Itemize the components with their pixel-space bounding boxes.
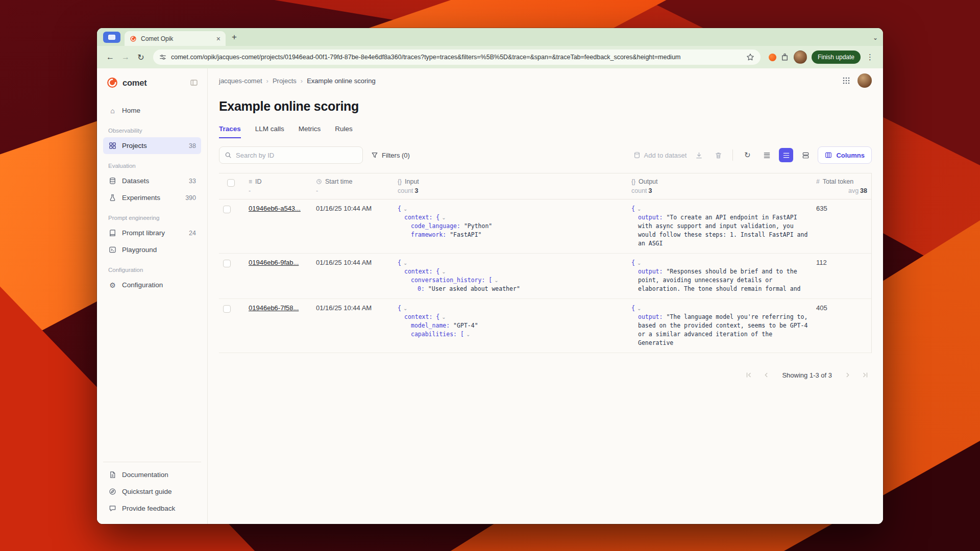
column-header-total-tokens[interactable]: #Total token avg38 <box>812 178 871 194</box>
chevron-down-icon[interactable]: ⌄ <box>637 260 641 266</box>
chevron-down-icon[interactable]: ⌄ <box>442 314 446 320</box>
trace-id-link[interactable]: 01946eb6-9fab... <box>249 259 308 266</box>
sidebar-item-documentation[interactable]: Documentation <box>103 466 201 483</box>
chevron-down-icon[interactable]: ⌄ <box>637 206 641 212</box>
chevron-down-icon[interactable]: ⌄ <box>494 278 498 283</box>
sidebar-item-experiments[interactable]: Experiments 390 <box>103 189 201 206</box>
trace-total-tokens: 635 <box>812 205 871 212</box>
sidebar-item-feedback[interactable]: Provide feedback <box>103 500 201 517</box>
extensions-puzzle-icon[interactable] <box>780 53 789 62</box>
columns-button[interactable]: Columns <box>818 146 872 164</box>
sidebar-item-configuration[interactable]: ⚙ Configuration <box>103 277 201 293</box>
next-page-button[interactable] <box>841 368 854 382</box>
bookmark-star-icon[interactable] <box>746 53 754 61</box>
forward-button[interactable]: → <box>118 50 133 64</box>
user-avatar[interactable] <box>857 73 872 88</box>
trace-output-cell[interactable]: {⌄ output: "To create an API endpoint in… <box>627 205 812 248</box>
trace-id-link[interactable]: 01946eb6-a543... <box>249 205 308 212</box>
sidebar-item-datasets[interactable]: Datasets 33 <box>103 172 201 189</box>
row-height-large-button[interactable] <box>798 148 813 162</box>
row-checkbox[interactable] <box>223 260 231 267</box>
sidebar-item-playground[interactable]: Playground <box>103 241 201 258</box>
sidebar-item-label: Documentation <box>122 471 168 479</box>
braces-icon: {} <box>631 178 635 185</box>
page-title: Example online scoring <box>219 99 872 114</box>
delete-button[interactable] <box>711 148 725 162</box>
search-box[interactable] <box>219 146 363 164</box>
row-checkbox[interactable] <box>223 206 231 213</box>
export-download-button[interactable] <box>692 148 706 162</box>
trace-input-cell[interactable]: {⌄ context: {⌄ code_language: "Python" f… <box>394 205 627 239</box>
filters-button[interactable]: Filters (0) <box>371 152 410 159</box>
column-header-input[interactable]: {}Input count3 <box>394 178 627 194</box>
row-height-small-button[interactable] <box>760 148 774 162</box>
chevron-down-icon[interactable]: ⌄ <box>403 206 407 212</box>
sidebar-item-prompt-library[interactable]: Prompt library 24 <box>103 224 201 241</box>
trace-input-cell[interactable]: {⌄ context: {⌄ model_name: "GPT-4" capab… <box>394 304 627 339</box>
sidebar-item-projects[interactable]: Projects 38 <box>103 137 201 154</box>
first-page-button[interactable] <box>742 368 755 382</box>
sidebar-item-home[interactable]: ⌂ Home <box>103 102 201 119</box>
last-page-button[interactable] <box>859 368 872 382</box>
trace-id-link[interactable]: 01946eb6-7f58... <box>249 304 308 312</box>
table-row[interactable]: 01946eb6-7f58... 01/16/25 10:44 AM {⌄ co… <box>219 299 871 353</box>
table-row[interactable]: 01946eb6-a543... 01/16/25 10:44 AM {⌄ co… <box>219 199 871 254</box>
chevron-down-icon[interactable]: ⌄ <box>403 260 407 266</box>
table-row[interactable]: 01946eb6-9fab... 01/16/25 10:44 AM {⌄ co… <box>219 254 871 299</box>
browser-tab[interactable]: Comet Opik × <box>125 31 226 46</box>
tab-title: Comet Opik <box>141 35 212 42</box>
sidebar-collapse-icon[interactable] <box>190 79 198 87</box>
sidebar-item-count: 38 <box>189 142 196 149</box>
trace-total-tokens: 405 <box>812 304 871 312</box>
select-all-checkbox[interactable] <box>227 179 235 187</box>
pagination: Showing 1-3 of 3 <box>219 368 872 382</box>
chevron-down-icon[interactable]: ⌄ <box>637 306 641 311</box>
browser-menu-icon[interactable]: ⋮ <box>862 53 877 62</box>
divider <box>732 149 733 161</box>
tab-list-chevron-icon[interactable]: ⌄ <box>873 34 878 41</box>
chevron-down-icon[interactable]: ⌄ <box>442 215 446 220</box>
comet-extension-icon[interactable] <box>769 54 776 61</box>
search-input[interactable] <box>236 152 357 159</box>
column-header-id[interactable]: ≡ID - <box>244 178 312 194</box>
column-header-output[interactable]: {}Output count3 <box>627 178 812 194</box>
row-height-medium-button[interactable] <box>779 148 793 162</box>
row-checkbox[interactable] <box>223 305 231 313</box>
chevron-down-icon[interactable]: ⌄ <box>466 332 470 337</box>
pagination-label: Showing 1-3 of 3 <box>782 371 832 379</box>
breadcrumb-projects[interactable]: Projects <box>273 77 297 85</box>
trace-input-cell[interactable]: {⌄ context: {⌄ conversation_history: [⌄ … <box>394 259 627 293</box>
reload-button[interactable]: ↻ <box>134 50 148 64</box>
sidebar-footer: Documentation Quickstart guide Provide f… <box>103 462 201 517</box>
back-button[interactable]: ← <box>103 50 117 64</box>
tab-llm-calls[interactable]: LLM calls <box>255 125 284 138</box>
new-tab-button[interactable]: + <box>232 33 237 41</box>
braces-icon: {} <box>398 178 402 185</box>
close-icon[interactable]: × <box>216 35 220 42</box>
search-icon <box>225 152 232 159</box>
previous-page-button[interactable] <box>760 368 773 382</box>
trace-output-cell[interactable]: {⌄ output: "The language model you're re… <box>627 304 812 347</box>
url-text[interactable]: comet.com/opik/jacques-comet/projects/01… <box>171 54 742 61</box>
site-settings-icon[interactable] <box>159 54 166 61</box>
tab-group-chip[interactable] <box>103 32 120 43</box>
sidebar-nav: ⌂ Home Observability Projects 38 Evaluat… <box>103 102 201 293</box>
terminal-icon <box>108 246 117 254</box>
tab-traces[interactable]: Traces <box>219 125 241 138</box>
refresh-button[interactable]: ↻ <box>740 148 754 162</box>
browser-profile-avatar[interactable] <box>794 51 807 64</box>
column-header-start-time[interactable]: Start time - <box>312 178 394 194</box>
tab-metrics[interactable]: Metrics <box>299 125 321 138</box>
breadcrumb-workspace[interactable]: jacques-comet <box>219 77 262 85</box>
trace-output-cell[interactable]: {⌄ output: "Responses should be brief an… <box>627 259 812 293</box>
address-bar[interactable]: comet.com/opik/jacques-comet/projects/01… <box>153 49 761 65</box>
add-to-dataset-button[interactable]: Add to dataset <box>633 152 687 159</box>
chevron-down-icon[interactable]: ⌄ <box>442 269 446 274</box>
finish-update-button[interactable]: Finish update <box>812 51 861 64</box>
chevron-right-icon: › <box>266 77 268 85</box>
tab-rules[interactable]: Rules <box>335 125 353 138</box>
sidebar-item-quickstart[interactable]: Quickstart guide <box>103 483 201 500</box>
chevron-down-icon[interactable]: ⌄ <box>403 306 407 311</box>
document-icon <box>108 471 117 479</box>
apps-grid-icon[interactable] <box>842 77 850 85</box>
